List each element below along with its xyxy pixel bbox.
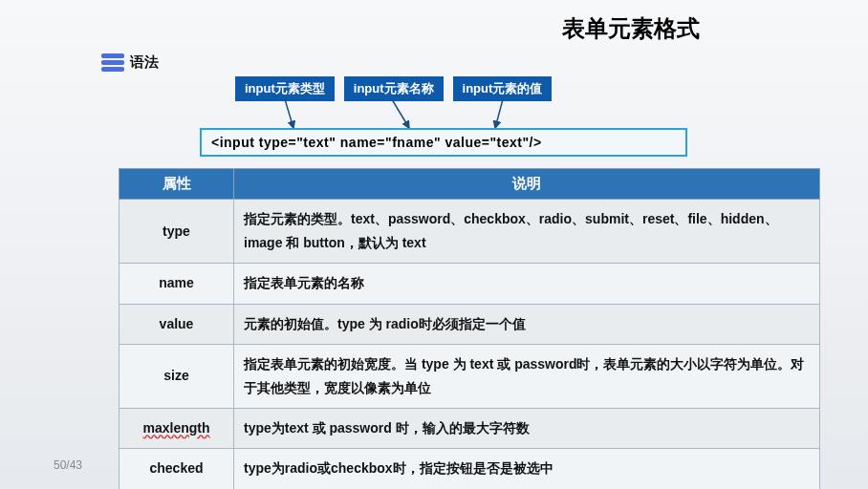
callout-name: input元素名称 xyxy=(344,76,444,101)
desc-cell: type为text 或 password 时，输入的最大字符数 xyxy=(234,409,820,449)
attr-cell: size xyxy=(119,344,234,408)
code-example-box: <input type="text" name="fname" value="t… xyxy=(200,128,687,157)
desc-cell: 指定表单元素的初始宽度。当 type 为 text 或 password时，表单… xyxy=(234,344,820,408)
attr-cell: value xyxy=(119,304,234,344)
table-row: size 指定表单元素的初始宽度。当 type 为 text 或 passwor… xyxy=(119,344,820,408)
desc-cell: 指定表单元素的名称 xyxy=(234,264,820,304)
col-header-attr: 属性 xyxy=(119,169,234,200)
page-title: 表单元素格式 xyxy=(562,13,700,44)
attr-cell: type xyxy=(119,200,234,264)
svg-line-1 xyxy=(392,99,409,128)
attr-cell: maxlength xyxy=(119,409,234,449)
table-header-row: 属性 说明 xyxy=(119,169,820,200)
table-row: checked type为radio或checkbox时，指定按钮是否是被选中 xyxy=(119,449,820,489)
table-row: value 元素的初始值。type 为 radio时必须指定一个值 xyxy=(119,304,820,344)
page-number: 50/43 xyxy=(54,458,82,472)
svg-line-0 xyxy=(285,99,293,128)
syntax-label: 语法 xyxy=(130,53,159,72)
code-example-text: <input type="text" name="fname" value="t… xyxy=(211,135,542,150)
attr-cell: name xyxy=(119,264,234,304)
syntax-header: 语法 xyxy=(101,53,159,72)
svg-line-2 xyxy=(495,99,503,128)
desc-cell: type为radio或checkbox时，指定按钮是否是被选中 xyxy=(234,449,820,489)
attributes-table: 属性 说明 type 指定元素的类型。text、password、checkbo… xyxy=(119,168,820,489)
callout-type: input元素类型 xyxy=(235,76,335,101)
table-row: name 指定表单元素的名称 xyxy=(119,264,820,304)
attr-maxlength-label: maxlength xyxy=(142,420,209,436)
table-row: type 指定元素的类型。text、password、checkbox、radi… xyxy=(119,200,820,264)
callout-value: input元素的值 xyxy=(453,76,553,101)
attr-cell: checked xyxy=(119,449,234,489)
bars-icon xyxy=(101,53,124,72)
slide: 表单元素格式 语法 input元素类型 input元素名称 input元素的值 … xyxy=(0,0,868,489)
callout-row: input元素类型 input元素名称 input元素的值 xyxy=(235,76,552,101)
desc-cell: 指定元素的类型。text、password、checkbox、radio、sub… xyxy=(234,200,820,264)
table-row: maxlength type为text 或 password 时，输入的最大字符… xyxy=(119,409,820,449)
desc-cell: 元素的初始值。type 为 radio时必须指定一个值 xyxy=(234,304,820,344)
col-header-desc: 说明 xyxy=(234,169,820,200)
